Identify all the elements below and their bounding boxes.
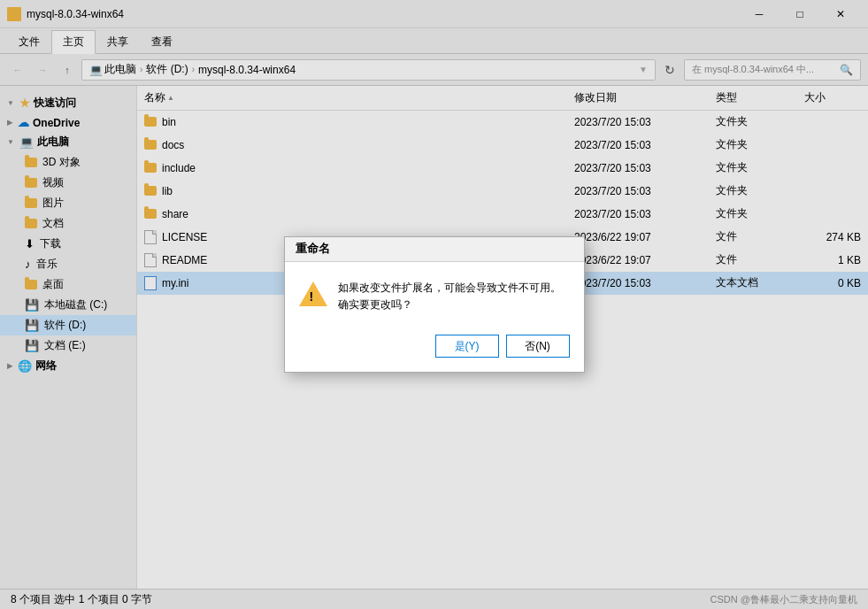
dialog-title-bar: 重命名 [285, 237, 584, 262]
warning-exclaim: ! [310, 290, 314, 303]
dialog-title: 重命名 [296, 241, 330, 257]
warning-icon: ! [299, 280, 327, 308]
dialog-no-button[interactable]: 否(N) [506, 335, 570, 358]
dialog-buttons: 是(Y) 否(N) [285, 328, 584, 372]
dialog-overlay: 重命名 ! 如果改变文件扩展名，可能会导致文件不可用。 确实要更改吗？ 是(Y)… [0, 0, 868, 609]
dialog-yes-button[interactable]: 是(Y) [435, 335, 499, 358]
rename-dialog: 重命名 ! 如果改变文件扩展名，可能会导致文件不可用。 确实要更改吗？ 是(Y)… [284, 236, 585, 373]
dialog-body: ! 如果改变文件扩展名，可能会导致文件不可用。 确实要更改吗？ [285, 262, 584, 328]
dialog-message: 如果改变文件扩展名，可能会导致文件不可用。 确实要更改吗？ [338, 280, 561, 313]
